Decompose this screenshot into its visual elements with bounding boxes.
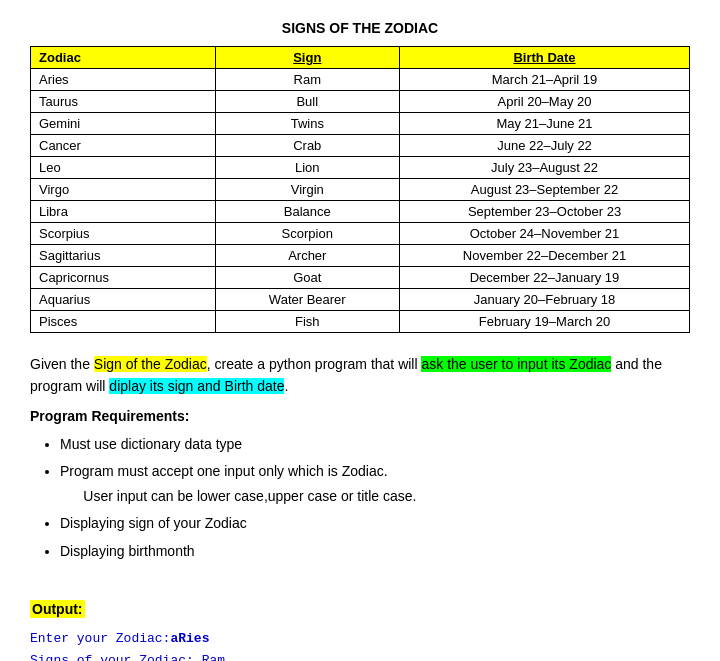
table-row: Ram <box>215 69 400 91</box>
table-row: Aquarius <box>31 289 216 311</box>
table-row: Gemini <box>31 113 216 135</box>
description-paragraph: Given the Sign of the Zodiac, create a p… <box>30 353 690 398</box>
list-item: Program must accept one input only which… <box>60 459 690 509</box>
table-row: August 23–September 22 <box>400 179 690 201</box>
code-output: Enter your Zodiac:aRies Signs of your Zo… <box>30 628 690 661</box>
description-highlight3: diplay its sign and Birth date <box>109 378 284 394</box>
table-row: January 20–February 18 <box>400 289 690 311</box>
table-row: Libra <box>31 201 216 223</box>
table-row: Leo <box>31 157 216 179</box>
description-post1: . <box>284 378 288 394</box>
description-pre1: Given the <box>30 356 94 372</box>
table-row: Virgo <box>31 179 216 201</box>
table-row: Capricornus <box>31 267 216 289</box>
table-row: Lion <box>215 157 400 179</box>
table-header-birthdate: Birth Date <box>400 47 690 69</box>
table-row: Twins <box>215 113 400 135</box>
code-line-2: Signs of your Zodiac: Ram <box>30 650 690 661</box>
table-row: October 24–November 21 <box>400 223 690 245</box>
table-row: Virgin <box>215 179 400 201</box>
table-row: March 21–April 19 <box>400 69 690 91</box>
table-row: Sagittarius <box>31 245 216 267</box>
table-row: December 22–January 19 <box>400 267 690 289</box>
page-title: SIGNS OF THE ZODIAC <box>30 20 690 36</box>
requirements-title: Program Requirements: <box>30 408 690 424</box>
list-item: Displaying birthmonth <box>60 539 690 564</box>
table-row: Fish <box>215 311 400 333</box>
table-row: Scorpius <box>31 223 216 245</box>
table-row: April 20–May 20 <box>400 91 690 113</box>
table-row: June 22–July 22 <box>400 135 690 157</box>
list-item: Displaying sign of your Zodiac <box>60 511 690 536</box>
table-row: July 23–August 22 <box>400 157 690 179</box>
table-row: Aries <box>31 69 216 91</box>
table-row: Archer <box>215 245 400 267</box>
table-row: Goat <box>215 267 400 289</box>
table-row: Balance <box>215 201 400 223</box>
requirements-list: Must use dictionary data type Program mu… <box>60 432 690 564</box>
table-header-zodiac: Zodiac <box>31 47 216 69</box>
code-line-1: Enter your Zodiac:aRies <box>30 628 690 650</box>
output-label: Output: <box>30 600 690 628</box>
description-highlight2: ask the user to input its Zodiac <box>421 356 611 372</box>
table-row: February 19–March 20 <box>400 311 690 333</box>
list-item: Must use dictionary data type <box>60 432 690 457</box>
table-row: Pisces <box>31 311 216 333</box>
table-row: Crab <box>215 135 400 157</box>
table-row: September 23–October 23 <box>400 201 690 223</box>
table-header-sign: Sign <box>215 47 400 69</box>
table-row: November 22–December 21 <box>400 245 690 267</box>
code-bold-1: aRies <box>170 631 209 646</box>
table-row: Water Bearer <box>215 289 400 311</box>
table-row: Cancer <box>31 135 216 157</box>
description-mid1: , create a python program that will <box>207 356 422 372</box>
zodiac-table: Zodiac Sign Birth Date AriesRamMarch 21–… <box>30 46 690 333</box>
table-row: Bull <box>215 91 400 113</box>
table-row: Scorpion <box>215 223 400 245</box>
description-highlight1: Sign of the Zodiac <box>94 356 207 372</box>
table-row: May 21–June 21 <box>400 113 690 135</box>
table-row: Taurus <box>31 91 216 113</box>
